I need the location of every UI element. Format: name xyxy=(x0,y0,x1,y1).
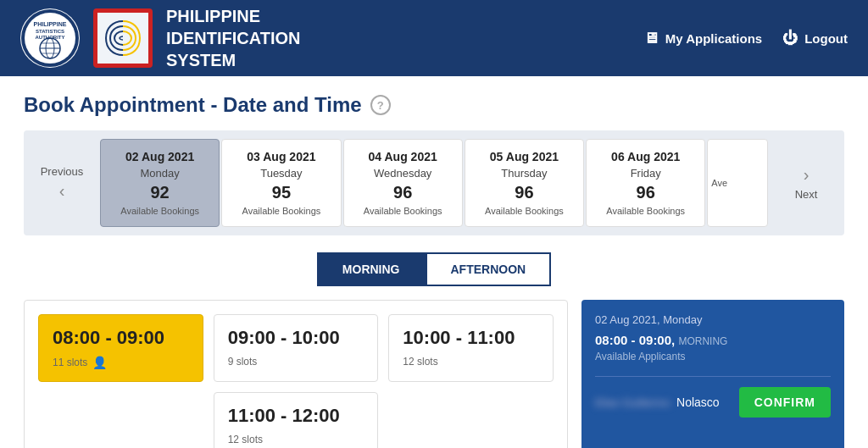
time-slot-3[interactable]: 11:00 - 12:00 12 slots xyxy=(214,392,379,448)
conf-date: 02 Aug 2021, Monday xyxy=(595,313,831,326)
slots-num-2: 96 xyxy=(393,183,412,202)
date-label-4: 06 Aug 2021 xyxy=(611,150,680,163)
time-slot-2[interactable]: 10:00 - 11:00 12 slots xyxy=(388,314,554,382)
page-title: Book Appointment - Date and Time xyxy=(24,93,362,117)
bottom-section: 08:00 - 09:00 11 slots 👤 09:00 - 10:00 9… xyxy=(24,300,844,448)
next-button[interactable]: › Next xyxy=(768,139,844,227)
date-label-3: 05 Aug 2021 xyxy=(490,150,559,163)
phil-logo xyxy=(93,8,153,68)
svg-text:STATISTICS: STATISTICS xyxy=(36,29,64,34)
conf-applicant-name: Ellan Guillermo Nolasco xyxy=(595,395,739,409)
slots-num-1: 95 xyxy=(272,183,291,202)
date-selector: Previous ‹ 02 Aug 2021 Monday 92 Availab… xyxy=(24,130,844,235)
date-card-0[interactable]: 02 Aug 2021 Monday 92 Available Bookings xyxy=(100,139,220,227)
time-slots-grid: 08:00 - 09:00 11 slots 👤 09:00 - 10:00 9… xyxy=(24,300,568,448)
day-label-4: Friday xyxy=(631,167,661,180)
slots-num-3: 96 xyxy=(515,183,533,202)
logout-icon: ⏻ xyxy=(782,30,798,47)
slot-info-1: 9 slots xyxy=(228,356,364,368)
header: PHILIPPINE STATISTICS AUTHORITY xyxy=(0,0,868,76)
slots-text-3: Available Bookings xyxy=(485,206,564,216)
page-title-row: Book Appointment - Date and Time ? xyxy=(24,93,844,117)
date-card-partial: Ave xyxy=(707,139,768,227)
conf-time: 08:00 - 09:00, MORNING xyxy=(595,333,831,347)
date-card-4[interactable]: 06 Aug 2021 Friday 96 Available Bookings xyxy=(586,139,705,227)
conf-applicant-blurred: Ellan Guillermo xyxy=(595,396,670,409)
slot-count-3: 12 slots xyxy=(228,434,263,445)
day-label-2: Wednesday xyxy=(374,167,431,180)
date-label-2: 04 Aug 2021 xyxy=(369,150,437,163)
time-range-1: 09:00 - 10:00 xyxy=(228,327,364,349)
period-tabs: MORNING AFTERNOON xyxy=(24,252,844,286)
chevron-left-icon: ‹ xyxy=(59,181,65,201)
slot-info-2: 12 slots xyxy=(403,356,539,368)
confirm-panel: 02 Aug 2021, Monday 08:00 - 09:00, MORNI… xyxy=(581,300,844,448)
time-slot-1[interactable]: 09:00 - 10:00 9 slots xyxy=(214,314,379,382)
date-card-2[interactable]: 04 Aug 2021 Wednesday 96 Available Booki… xyxy=(343,139,463,227)
slots-text-4: Available Bookings xyxy=(606,206,685,216)
slots-text-1: Available Bookings xyxy=(242,206,321,216)
system-title: PHILIPPINE IDENTIFICATION SYSTEM xyxy=(166,5,301,71)
slots-num-0: 92 xyxy=(151,183,170,202)
day-label-3: Thursday xyxy=(501,167,547,180)
slot-count-0: 11 slots xyxy=(53,357,87,368)
header-right: 🖥 My Applications ⏻ Logout xyxy=(643,30,848,47)
time-slot-0[interactable]: 08:00 - 09:00 11 slots 👤 xyxy=(38,314,203,382)
conf-available-label: Available Applicants xyxy=(595,351,831,362)
conf-divider xyxy=(595,376,831,377)
confirm-button[interactable]: CONFIRM xyxy=(739,387,831,418)
psa-logo: PHILIPPINE STATISTICS AUTHORITY xyxy=(20,8,80,68)
date-card-3[interactable]: 05 Aug 2021 Thursday 96 Available Bookin… xyxy=(465,139,584,227)
date-label-1: 03 Aug 2021 xyxy=(247,150,315,163)
time-range-2: 10:00 - 11:00 xyxy=(403,327,539,349)
date-card-1[interactable]: 03 Aug 2021 Tuesday 95 Available Booking… xyxy=(221,139,341,227)
slots-text-2: Available Bookings xyxy=(364,206,442,216)
morning-tab[interactable]: MORNING xyxy=(317,252,426,286)
chevron-right-icon: › xyxy=(804,165,810,185)
slot-info-3: 12 slots xyxy=(228,434,364,445)
slots-text-0: Available Bookings xyxy=(120,206,199,216)
person-icon-0: 👤 xyxy=(92,356,107,369)
svg-rect-10 xyxy=(96,11,150,65)
day-label-1: Tuesday xyxy=(260,167,302,180)
time-range-3: 11:00 - 12:00 xyxy=(228,405,364,427)
my-applications-nav[interactable]: 🖥 My Applications xyxy=(643,30,762,47)
slot-count-2: 12 slots xyxy=(403,356,437,368)
logout-nav[interactable]: ⏻ Logout xyxy=(782,30,848,47)
header-left: PHILIPPINE STATISTICS AUTHORITY xyxy=(20,5,301,71)
day-label-0: Monday xyxy=(141,167,180,180)
svg-text:AUTHORITY: AUTHORITY xyxy=(36,35,65,40)
conf-applicant-row: Ellan Guillermo Nolasco CONFIRM xyxy=(595,387,831,418)
afternoon-tab[interactable]: AFTERNOON xyxy=(426,252,552,286)
conf-period: MORNING xyxy=(678,335,727,347)
slots-num-4: 96 xyxy=(637,183,655,202)
previous-button[interactable]: Previous ‹ xyxy=(24,139,100,227)
time-range-0: 08:00 - 09:00 xyxy=(53,327,189,349)
dates-container: 02 Aug 2021 Monday 92 Available Bookings… xyxy=(100,139,768,227)
conf-applicant-surname: Nolasco xyxy=(676,395,720,409)
slot-count-1: 9 slots xyxy=(228,356,258,368)
svg-text:PHILIPPINE: PHILIPPINE xyxy=(34,21,67,27)
main-content: Book Appointment - Date and Time ? Previ… xyxy=(0,76,868,448)
help-icon[interactable]: ? xyxy=(370,95,391,115)
slot-info-0: 11 slots 👤 xyxy=(53,356,189,369)
date-label-0: 02 Aug 2021 xyxy=(125,150,194,163)
my-applications-icon: 🖥 xyxy=(643,30,659,47)
